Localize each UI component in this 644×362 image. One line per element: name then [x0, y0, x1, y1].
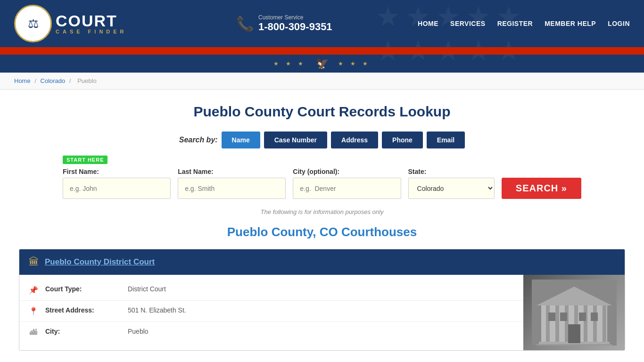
svg-rect-16: [591, 313, 598, 321]
city-detail-value: Pueblo: [128, 328, 149, 335]
state-group: State: Colorado Alabama Alaska Arizona A…: [408, 168, 495, 199]
first-name-label: First Name:: [63, 168, 171, 175]
detail-row-court-type: 📌 Court Type: District Court: [19, 280, 523, 301]
logo-emblem: ⚖: [14, 5, 52, 42]
customer-service-block: 📞 Customer Service 1-800-309-9351: [236, 14, 332, 33]
main-content: Pueblo County Court Records Lookup Searc…: [0, 90, 644, 362]
search-by-label: Search by:: [179, 136, 218, 144]
start-here-badge: START HERE: [63, 156, 107, 164]
logo-area: ⚖ COURT CASE FINDER: [14, 5, 127, 42]
state-label: State:: [408, 168, 495, 175]
courthouse-details: 📌 Court Type: District Court 📍 Street Ad…: [19, 275, 523, 350]
tab-phone[interactable]: Phone: [382, 132, 423, 148]
court-type-icon: 📌: [29, 286, 38, 295]
cs-label: Customer Service: [258, 14, 332, 21]
tab-address[interactable]: Address: [331, 132, 378, 148]
courthouse-img-placeholder: [523, 275, 625, 350]
svg-rect-13: [548, 313, 555, 321]
svg-rect-5: [565, 305, 569, 343]
court-type-value: District Court: [128, 285, 166, 293]
red-banner: [0, 47, 644, 55]
scales-icon: ⚖: [28, 16, 39, 31]
svg-rect-9: [603, 305, 606, 343]
svg-rect-4: [555, 305, 559, 343]
detail-row-city: 🏙 City: Pueblo: [19, 322, 523, 342]
last-name-input[interactable]: [178, 178, 286, 199]
address-icon: 📍: [29, 307, 38, 316]
right-stars: ★ ★ ★: [338, 60, 371, 67]
tab-case-number[interactable]: Case Number: [264, 132, 327, 148]
header-top: ⚖ COURT CASE FINDER 📞 Customer Service 1…: [0, 0, 644, 47]
city-icon: 🏙: [29, 328, 38, 337]
nav-register[interactable]: REGISTER: [497, 20, 533, 27]
svg-rect-12: [568, 324, 580, 343]
state-select[interactable]: Colorado Alabama Alaska Arizona Arkansas…: [408, 178, 495, 199]
search-by-row: Search by: Name Case Number Address Phon…: [179, 132, 465, 148]
svg-rect-3: [546, 305, 550, 343]
nav-services[interactable]: SERVICES: [450, 20, 486, 27]
tab-name[interactable]: Name: [222, 132, 260, 148]
last-name-label: Last Name:: [178, 168, 286, 175]
breadcrumb-home[interactable]: Home: [14, 77, 31, 84]
street-address-label: Street Address:: [45, 306, 121, 314]
nav-login[interactable]: LOGIN: [608, 20, 630, 27]
phone-icon: 📞: [236, 16, 254, 32]
logo-title: COURT CASE FINDER: [56, 13, 127, 34]
nav-home[interactable]: HOME: [418, 20, 438, 27]
svg-rect-8: [593, 305, 597, 343]
eagle-icon: 🦅: [316, 58, 329, 70]
courthouse-image: [523, 275, 625, 350]
courthouse-name-link[interactable]: Pueblo County District Court: [45, 257, 155, 267]
site-header: ★★★★★★★★★★ ⚖ COURT CASE FINDER 📞 Custome…: [0, 0, 644, 73]
left-stars: ★ ★ ★: [273, 60, 306, 67]
eagle-section: ★ ★ ★ 🦅 ★ ★ ★: [0, 55, 644, 73]
search-section: Search by: Name Case Number Address Phon…: [19, 132, 625, 225]
courthouses-title: Pueblo County, CO Courthouses: [19, 225, 625, 239]
detail-row-address: 📍 Street Address: 501 N. Elizabeth St.: [19, 301, 523, 322]
city-input[interactable]: [293, 178, 401, 199]
nav-member-help[interactable]: MEMBER HELP: [545, 20, 596, 27]
logo-case-finder-label: CASE FINDER: [56, 29, 127, 34]
breadcrumb-sep-2: /: [69, 77, 73, 84]
svg-rect-15: [579, 313, 586, 321]
courthouse-building-svg: [532, 280, 617, 346]
breadcrumb-colorado[interactable]: Colorado: [41, 77, 66, 84]
cs-info: Customer Service 1-800-309-9351: [258, 14, 332, 33]
court-type-label: Court Type:: [45, 285, 121, 293]
city-label: City (optional):: [293, 168, 401, 175]
svg-rect-14: [560, 313, 567, 321]
first-name-input[interactable]: [63, 178, 171, 199]
city-detail-label: City:: [45, 328, 121, 335]
last-name-group: Last Name:: [178, 168, 286, 199]
breadcrumb-sep-1: /: [34, 77, 38, 84]
tab-email[interactable]: Email: [427, 132, 465, 148]
street-address-value: 501 N. Elizabeth St.: [128, 306, 186, 314]
breadcrumb-pueblo: Pueblo: [77, 77, 96, 84]
info-note: The following is for information purpose…: [261, 208, 384, 215]
courthouse-header: 🏛 Pueblo County District Court: [19, 249, 625, 275]
main-nav: HOME SERVICES REGISTER MEMBER HELP LOGIN: [418, 20, 630, 27]
courthouse-body: 📌 Court Type: District Court 📍 Street Ad…: [19, 275, 625, 350]
page-title: Pueblo County Court Records Lookup: [19, 104, 625, 120]
cs-phone: 1-800-309-9351: [258, 21, 332, 33]
breadcrumb: Home / Colorado / Pueblo: [0, 73, 644, 90]
svg-rect-11: [537, 344, 612, 346]
courthouse-header-icon: 🏛: [29, 256, 39, 268]
city-group: City (optional):: [293, 168, 401, 199]
search-form: First Name: Last Name: City (optional): …: [63, 168, 581, 199]
courthouse-card: 🏛 Pueblo County District Court 📌 Court T…: [19, 249, 625, 351]
search-button[interactable]: SEARCH »: [502, 178, 581, 199]
svg-rect-7: [584, 305, 587, 343]
logo-court-label: COURT: [56, 13, 127, 29]
first-name-group: First Name:: [63, 168, 171, 199]
